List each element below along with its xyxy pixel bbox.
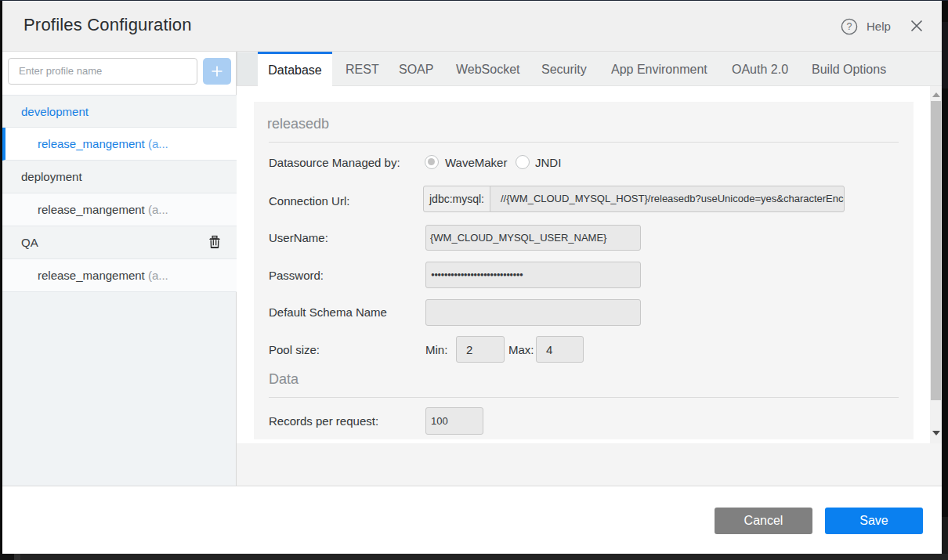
- svg-text:?: ?: [847, 21, 852, 32]
